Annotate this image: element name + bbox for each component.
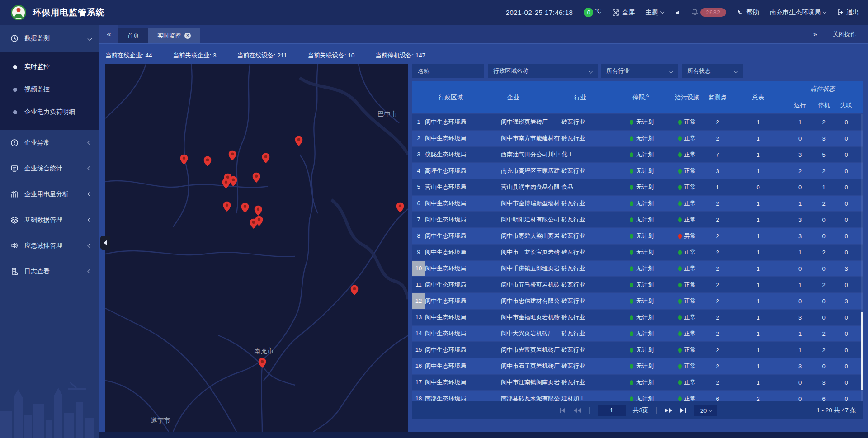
- status-filter-select[interactable]: 所有状态: [682, 64, 743, 78]
- sidebar-item-label: 企业异常: [24, 139, 83, 147]
- table-row[interactable]: 8 阆中生态环境局 阆中市枣碧大梁山页岩 砖瓦行业 无计划 异常 2 1 3: [412, 228, 863, 244]
- mute-button[interactable]: [675, 9, 681, 16]
- cell-company[interactable]: 阆中市枣碧大梁山页岩: [501, 232, 561, 240]
- cell-company[interactable]: 阆中市江南镇阆南页岩: [501, 378, 561, 386]
- table-row[interactable]: 14 阆中生态环境局 阆中大兴页岩机砖厂 砖瓦行业 无计划 正常 2 1 1: [412, 326, 863, 341]
- sidebar-item-enterprise-statistics[interactable]: 企业综合统计: [0, 155, 99, 181]
- map-pin-icon[interactable]: [230, 176, 237, 186]
- cell-company[interactable]: 阆中市忠信建材有限公: [501, 297, 561, 305]
- sidebar-item-basic-data-management[interactable]: 基础数据管理: [0, 207, 99, 233]
- table-row[interactable]: 18 南部生态环境局 南部县砖瓦水泥有限公 建材加工 无计划 正常 6 2 0: [412, 391, 863, 401]
- cell-company[interactable]: 阆中市石子页岩机砖厂: [501, 362, 561, 370]
- fullscreen-button[interactable]: 全屏: [612, 9, 635, 17]
- page-size-select[interactable]: 20: [694, 405, 717, 416]
- sidebar-item-log-view[interactable]: 日志查看: [0, 259, 99, 284]
- table-row[interactable]: 9 阆中生态环境局 阆中市二龙长宝页岩砖 砖瓦行业 无计划 正常 2 1 1: [412, 245, 863, 260]
- map-pin-icon[interactable]: [180, 154, 188, 165]
- table-row[interactable]: 12 阆中生态环境局 阆中市忠信建材有限公 砖瓦行业 无计划 正常 2 1 0: [412, 293, 863, 309]
- name-search-field[interactable]: [412, 64, 484, 78]
- previous-page-button[interactable]: [573, 408, 581, 413]
- map-pin-icon[interactable]: [241, 203, 249, 213]
- sidebar-item-power-load-detail[interactable]: 企业电力负荷明细: [0, 101, 99, 123]
- tab-realtime-monitoring[interactable]: 实时监控 ×: [148, 28, 200, 43]
- production-status-label: 无计划: [636, 232, 654, 240]
- cell-company[interactable]: 阆中市南方节能建材有: [501, 134, 561, 142]
- table-row[interactable]: 7 阆中生态环境局 阆中明阳建材有限公司 砖瓦行业 无计划 正常 2 1 3: [412, 212, 863, 227]
- map-pin-icon[interactable]: [259, 358, 266, 368]
- tab-home[interactable]: 首页: [118, 28, 148, 43]
- cell-company[interactable]: 阆中市金福旺页岩机砖: [501, 313, 561, 321]
- tab-close-icon[interactable]: ×: [184, 33, 191, 39]
- cell-company[interactable]: 阆中市金博瑞新型墙材: [501, 199, 561, 207]
- cell-meters: 1: [729, 200, 788, 207]
- first-page-button[interactable]: [559, 408, 566, 413]
- scrollbar-thumb[interactable]: [861, 312, 863, 390]
- map-pin-icon[interactable]: [295, 136, 303, 146]
- notifications[interactable]: 2632: [692, 8, 726, 17]
- table-row[interactable]: 6 阆中生态环境局 阆中市金博瑞新型墙材 砖瓦行业 无计划 正常 2 1 1: [412, 196, 863, 211]
- name-search-input[interactable]: [418, 68, 478, 75]
- status-dot-icon: [630, 217, 633, 222]
- table-row[interactable]: 5 营山生态环境局 营山县润丰肉食品有限 食品 无计划 正常 1 0 0: [412, 179, 863, 195]
- map-pin-icon[interactable]: [262, 153, 270, 163]
- chevron-left-icon: [101, 240, 107, 245]
- table-row[interactable]: 10 阆中生态环境局 阆中千佛镇五郎垭页岩 砖瓦行业 无计划 正常 2 1 0: [412, 261, 863, 276]
- map-pin-icon[interactable]: [396, 202, 404, 212]
- map-pin-icon[interactable]: [222, 178, 230, 188]
- page-number-input[interactable]: 1: [598, 405, 626, 416]
- cell-lost: 0: [835, 151, 858, 158]
- table-row[interactable]: 4 高坪生态环境局 南充市高坪区王家店建 砖瓦行业 无计划 正常 3 1 2: [412, 163, 863, 179]
- map-pin-icon[interactable]: [255, 216, 263, 226]
- table-scrollbar[interactable]: [861, 114, 863, 401]
- sidebar-item-emergency-reduction[interactable]: 应急减排管理: [0, 233, 99, 259]
- region-filter-select[interactable]: 行政区域名称: [488, 64, 598, 78]
- map-pin-icon[interactable]: [223, 201, 231, 212]
- table-row[interactable]: 2 阆中生态环境局 阆中市南方节能建材有 砖瓦行业 无计划 正常 2 1 0: [412, 131, 863, 146]
- tabs-scroll-left-button[interactable]: «: [99, 25, 118, 43]
- status-dot-icon: [630, 250, 633, 255]
- sidebar-group-data-monitoring[interactable]: 数据监测: [0, 25, 99, 52]
- map-pin-icon[interactable]: [253, 172, 260, 183]
- table-row[interactable]: 13 阆中生态环境局 阆中市金福旺页岩机砖 砖瓦行业 无计划 正常 2 1 3: [412, 310, 863, 325]
- industry-filter-select[interactable]: 所有行业: [601, 64, 678, 78]
- map-panel[interactable]: 巴中市南充市遂宁市: [105, 64, 408, 432]
- map-pin-icon[interactable]: [351, 285, 359, 295]
- table-row[interactable]: 16 阆中生态环境局 阆中市石子页岩机砖厂 砖瓦行业 无计划 正常 2 1 3: [412, 358, 863, 374]
- next-page-button[interactable]: [665, 408, 673, 413]
- cell-company[interactable]: 阆中市二龙长宝页岩砖: [501, 248, 561, 256]
- theme-menu-button[interactable]: 主题: [646, 9, 664, 17]
- table-row[interactable]: 3 仪陇生态环境局 西南油气田分公司川中 化工 无计划 正常 7 1 3: [412, 147, 863, 162]
- cell-company[interactable]: 阆中大兴页岩机砖厂: [501, 330, 561, 338]
- table-row[interactable]: 15 阆中生态环境局 阆中市光富页岩机砖厂 砖瓦行业 无计划 正常 2 1 1: [412, 342, 863, 358]
- cell-company[interactable]: 阆中市五马桥页岩机砖: [501, 281, 561, 289]
- logout-button[interactable]: 退出: [837, 9, 859, 17]
- map-pin-icon[interactable]: [229, 150, 236, 160]
- cell-company[interactable]: 阆中明阳建材有限公司: [501, 216, 561, 224]
- cell-company[interactable]: 营山县润丰肉食品有限: [501, 183, 561, 191]
- last-page-button[interactable]: [680, 408, 687, 413]
- sidebar-item-enterprise-abnormal[interactable]: 企业异常: [0, 130, 99, 155]
- help-button[interactable]: 帮助: [737, 9, 759, 17]
- column-header-company: 企业: [501, 94, 561, 102]
- cell-company[interactable]: 阆中千佛镇五郎垭页岩: [501, 264, 561, 273]
- table-row[interactable]: 17 阆中生态环境局 阆中市江南镇阆南页岩 砖瓦行业 无计划 正常 2 1 0: [412, 375, 863, 390]
- close-operations-button[interactable]: 关闭操作: [833, 30, 856, 38]
- bullet-dot-icon: [13, 88, 17, 92]
- cell-company[interactable]: 西南油气田分公司川中: [501, 151, 561, 159]
- cell-company[interactable]: 阆中强锐页岩砖厂: [501, 118, 561, 126]
- sidebar-item-video-monitoring[interactable]: 视频监控: [0, 78, 99, 101]
- facility-status-label: 正常: [684, 378, 696, 386]
- table-row[interactable]: 11 阆中生态环境局 阆中市五马桥页岩机砖 砖瓦行业 无计划 正常 2 1 1: [412, 277, 863, 292]
- tabs-scroll-right-button[interactable]: »: [813, 30, 817, 39]
- sidebar-item-realtime-monitoring[interactable]: 实时监控: [0, 56, 99, 78]
- cell-company[interactable]: 南部县砖瓦水泥有限公: [501, 395, 561, 401]
- sidebar-collapse-button[interactable]: [100, 236, 110, 250]
- table-row[interactable]: 1 阆中生态环境局 阆中强锐页岩砖厂 砖瓦行业 无计划 正常 2 1 1: [412, 114, 863, 130]
- sidebar-item-power-usage-analysis[interactable]: 企业用电量分析: [0, 181, 99, 207]
- map-pin-icon[interactable]: [255, 205, 262, 216]
- cell-company[interactable]: 南充市高坪区王家店建: [501, 167, 561, 175]
- cell-company[interactable]: 阆中市光富页岩机砖厂: [501, 346, 561, 354]
- cell-region: 阆中生态环境局: [425, 330, 501, 338]
- organization-menu[interactable]: 南充市生态环境局: [770, 9, 826, 17]
- map-pin-icon[interactable]: [204, 156, 212, 166]
